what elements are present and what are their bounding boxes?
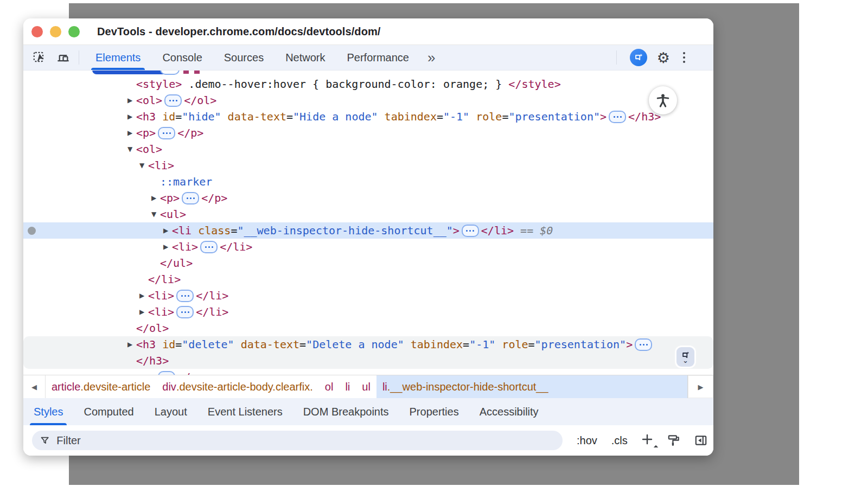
ai-assistance-icon[interactable] xyxy=(630,49,647,66)
dom-tree-row[interactable]: ▶<li class="__web-inspector-hide-shortcu… xyxy=(23,222,713,239)
pseudo-state-toggle-button[interactable]: :hov xyxy=(577,434,597,447)
expand-ellipsis-button[interactable] xyxy=(164,94,182,107)
expand-ellipsis-button[interactable] xyxy=(609,111,626,123)
filter-input[interactable] xyxy=(55,434,555,447)
sidebar-tab-styles[interactable]: Styles xyxy=(23,398,73,425)
sidebar-tab-event-listeners[interactable]: Event Listeners xyxy=(197,398,293,425)
crumb-tag: li xyxy=(382,381,387,393)
dom-tree-row[interactable]: </ul> xyxy=(23,255,713,271)
expand-ellipsis-button[interactable] xyxy=(176,290,194,302)
dom-tree-row[interactable]: </ol> xyxy=(23,320,713,336)
element-class-toggle-button[interactable]: .cls xyxy=(611,434,628,447)
disclosure-closed-icon[interactable]: ▶ xyxy=(151,190,160,206)
disclosure-closed-icon[interactable]: ▶ xyxy=(127,336,136,353)
breadcrumb-item[interactable]: article.devsite-article xyxy=(46,375,156,398)
dock-side-icon xyxy=(694,433,708,447)
minimize-window-button[interactable] xyxy=(50,26,61,37)
kebab-menu-icon[interactable] xyxy=(681,50,687,65)
dom-tree-row[interactable]: ▶<p></p> xyxy=(23,369,713,375)
dom-tree-row[interactable]: <style> .demo--hover:hover { background-… xyxy=(23,76,713,92)
breadcrumb-scroll-right-icon[interactable]: ▶ xyxy=(687,375,713,398)
expand-ellipsis-button[interactable] xyxy=(176,306,194,318)
rendering-emulation-button[interactable] xyxy=(667,433,681,447)
titlebar: DevTools - developer.chrome.com/docs/dev… xyxy=(23,18,713,45)
dom-tree-row[interactable] xyxy=(23,71,713,76)
code-token: <p> xyxy=(136,370,156,375)
code-token: </li> xyxy=(220,240,252,253)
tab-console[interactable]: Console xyxy=(151,45,213,70)
dom-tree-row[interactable]: </h3> xyxy=(23,353,713,369)
disclosure-closed-icon[interactable]: ▶ xyxy=(163,222,172,239)
breadcrumb-item[interactable]: div.devsite-article-body.clearfix. xyxy=(156,375,319,398)
sidebar-tab-accessibility[interactable]: Accessibility xyxy=(469,398,549,425)
zoom-window-button[interactable] xyxy=(68,26,80,37)
dom-tree-row[interactable]: ::marker xyxy=(23,174,713,190)
inspect-element-icon[interactable] xyxy=(31,49,47,66)
more-tabs-icon[interactable]: » xyxy=(427,50,435,65)
expand-ellipsis-button[interactable] xyxy=(200,241,218,253)
sidebar-tab-layout[interactable]: Layout xyxy=(144,398,197,425)
code-token: <li> xyxy=(148,305,174,318)
new-style-rule-button[interactable] xyxy=(641,433,654,448)
code-token: = xyxy=(463,338,469,351)
expand-ellipsis-button[interactable] xyxy=(635,338,652,351)
dom-tree-row[interactable]: ▶<p></p> xyxy=(23,190,713,206)
toggle-sidebar-button[interactable] xyxy=(694,433,708,447)
style-filter-field[interactable] xyxy=(32,431,563,450)
dom-tree-row[interactable]: ▼<ul> xyxy=(23,206,713,222)
styles-toolbar: :hov .cls xyxy=(23,425,713,456)
dom-tree-row[interactable]: ▶<h3 id="hide" data-text="Hide a node" t… xyxy=(23,108,713,125)
breadcrumb-item[interactable]: ul xyxy=(356,375,376,398)
expand-ellipsis-button[interactable] xyxy=(158,127,175,139)
disclosure-closed-icon[interactable]: ▶ xyxy=(139,287,148,304)
code-token: role xyxy=(495,338,528,351)
breadcrumb-item[interactable]: li.__web-inspector-hide-shortcut__ xyxy=(376,375,687,398)
sidebar-tab-properties[interactable]: Properties xyxy=(399,398,469,425)
breadcrumb-item[interactable]: ol xyxy=(319,375,340,398)
device-toolbar-icon[interactable] xyxy=(55,49,71,66)
crumb-classes: .devsite-article-body.clearfix. xyxy=(176,381,313,393)
breadcrumb-scroll-left-icon[interactable]: ◀ xyxy=(23,375,46,398)
expand-ellipsis-button[interactable] xyxy=(182,192,199,204)
dom-tree-row[interactable]: ▶<ol></ol> xyxy=(23,92,713,108)
code-token: data-text xyxy=(221,110,286,123)
disclosure-closed-icon[interactable]: ▶ xyxy=(127,369,136,375)
tab-elements[interactable]: Elements xyxy=(85,45,151,70)
disclosure-open-icon[interactable]: ▼ xyxy=(127,141,136,157)
sidebar-tab-computed[interactable]: Computed xyxy=(73,398,144,425)
disclosure-open-icon[interactable]: ▼ xyxy=(139,157,148,174)
disclosure-closed-icon[interactable]: ▶ xyxy=(127,92,136,108)
dom-tree-row[interactable]: ▼<ol> xyxy=(23,141,713,157)
expand-ellipsis-button[interactable] xyxy=(462,225,479,237)
dom-tree-row[interactable]: </li> xyxy=(23,271,713,287)
close-window-button[interactable] xyxy=(31,26,43,37)
disclosure-open-icon[interactable]: ▼ xyxy=(151,206,160,222)
disclosure-closed-icon[interactable]: ▶ xyxy=(127,125,136,141)
tab-sources[interactable]: Sources xyxy=(213,45,275,70)
tab-performance[interactable]: Performance xyxy=(336,45,420,70)
code-token: </ol> xyxy=(184,94,216,107)
code-token: tabindex xyxy=(378,110,437,123)
dom-tree-row[interactable]: ▶<p></p> xyxy=(23,125,713,141)
crumb-tag: li xyxy=(345,381,350,393)
disclosure-closed-icon[interactable]: ▶ xyxy=(163,239,172,255)
code-token: "presentation" xyxy=(535,338,627,351)
disclosure-closed-icon[interactable]: ▶ xyxy=(139,304,148,320)
dom-tree-row[interactable]: ▶<li></li> xyxy=(23,287,713,304)
breadcrumb-item[interactable]: li xyxy=(339,375,356,398)
tab-network[interactable]: Network xyxy=(275,45,336,70)
dom-tree-row[interactable]: ▶<h3 id="delete" data-text="Delete a nod… xyxy=(23,336,713,353)
dom-tree-row[interactable]: ▶<li></li> xyxy=(23,304,713,320)
settings-gear-icon[interactable]: ⚙ xyxy=(657,49,670,66)
accessibility-float-button[interactable] xyxy=(649,86,677,114)
hidden-element-dot xyxy=(28,227,36,235)
sidebar-tab-dom-breakpoints[interactable]: DOM Breakpoints xyxy=(293,398,399,425)
disclosure-closed-icon[interactable]: ▶ xyxy=(127,108,136,125)
dom-tree-row[interactable]: ▶<li></li> xyxy=(23,239,713,255)
expand-ellipsis-button[interactable] xyxy=(158,371,175,375)
dom-tree-row[interactable]: ▼<li> xyxy=(23,157,713,174)
code-token: ::marker xyxy=(160,175,212,188)
code-token: = xyxy=(231,224,237,237)
ai-assistance-float-button[interactable]: ⌄ xyxy=(676,347,694,367)
crumb-tag: ul xyxy=(362,381,371,393)
